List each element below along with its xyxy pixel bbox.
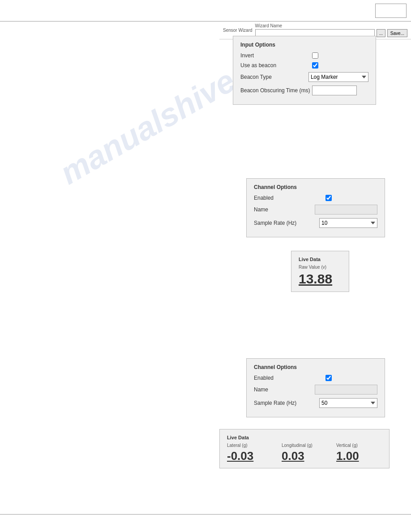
ch2-enabled-checkbox[interactable] — [325, 375, 332, 381]
beacon-type-row: Beacon Type Log Marker Lap Marker Alert — [240, 72, 368, 82]
wizard-save-button[interactable]: Save... — [387, 29, 407, 37]
live-data-2-title: Live Data — [227, 435, 382, 440]
top-right-box — [375, 4, 407, 18]
ch1-name-input[interactable]: Battery Voltage — [315, 205, 377, 215]
longitudinal-label: Longitudinal (g) — [282, 443, 327, 448]
beacon-checkbox[interactable] — [312, 62, 318, 69]
ch1-name-row: Name Battery Voltage — [254, 205, 377, 215]
invert-label: Invert — [240, 52, 312, 59]
vertical-col: Vertical (g) 1.00 — [336, 443, 382, 463]
lateral-value: -0.03 — [227, 450, 273, 463]
ch1-enabled-row: Enabled — [254, 195, 377, 201]
ch2-enabled-row: Enabled — [254, 375, 377, 381]
live-data-panel-1: Live Data Raw Value (v) 13.88 — [291, 251, 349, 292]
beacon-label: Use as beacon — [240, 62, 312, 69]
vertical-value: 1.00 — [336, 450, 382, 463]
live-data-panel-2: Live Data Lateral (g) -0.03 Longitudinal… — [219, 429, 390, 468]
channel-options-panel-1: Channel Options Enabled Name Battery Vol… — [246, 178, 385, 237]
beacon-obscure-input[interactable]: 2000 — [312, 86, 357, 95]
top-bar — [0, 0, 411, 21]
ch1-enabled-checkbox[interactable] — [325, 195, 332, 201]
beacon-obscure-row: Beacon Obscuring Time (ms) 2000 — [240, 86, 368, 95]
live-data-1-value: 13.88 — [299, 271, 342, 286]
vertical-label: Vertical (g) — [336, 443, 382, 448]
ch1-sample-rate-label: Sample Rate (Hz) — [254, 220, 319, 226]
live-data-1-title: Live Data — [299, 257, 342, 262]
channel-options-panel-2: Channel Options Enabled Name Acceleromet… — [246, 358, 385, 417]
ch1-name-label: Name — [254, 206, 315, 213]
bottom-bar — [0, 514, 411, 532]
ch2-name-row: Name Accelerometer — [254, 385, 377, 395]
input-options-title: Input Options — [240, 42, 368, 48]
ch1-sample-rate-row: Sample Rate (Hz) 1 2 5 10 20 50 100 — [254, 218, 377, 228]
ch2-enabled-label: Enabled — [254, 375, 325, 381]
longitudinal-col: Longitudinal (g) 0.03 — [282, 443, 327, 463]
wizard-ellipsis-button[interactable]: ... — [377, 29, 385, 37]
channel-options-2-title: Channel Options — [254, 364, 377, 370]
live-data-2-grid: Lateral (g) -0.03 Longitudinal (g) 0.03 … — [227, 443, 382, 463]
beacon-obscure-label: Beacon Obscuring Time (ms) — [240, 87, 312, 94]
invert-row: Invert — [240, 52, 368, 59]
ch2-name-label: Name — [254, 386, 315, 393]
channel-options-1-title: Channel Options — [254, 184, 377, 190]
ch1-sample-rate-select[interactable]: 1 2 5 10 20 50 100 — [319, 218, 377, 228]
wizard-name-label: Wizard Name — [255, 23, 407, 28]
longitudinal-value: 0.03 — [282, 450, 327, 463]
ch2-name-input[interactable]: Accelerometer — [315, 385, 377, 395]
beacon-type-label: Beacon Type — [240, 74, 308, 80]
ch2-sample-rate-row: Sample Rate (Hz) 1 2 5 10 20 50 100 — [254, 398, 377, 408]
sensor-wizard-label: Sensor Wizard — [223, 28, 253, 33]
live-data-1-sub: Raw Value (v) — [299, 265, 342, 270]
beacon-type-select[interactable]: Log Marker Lap Marker Alert — [308, 72, 368, 82]
ch1-enabled-label: Enabled — [254, 195, 325, 201]
lateral-label: Lateral (g) — [227, 443, 273, 448]
invert-checkbox[interactable] — [312, 52, 318, 59]
ch2-sample-rate-select[interactable]: 1 2 5 10 20 50 100 — [319, 398, 377, 408]
input-options-panel: Input Options Invert Use as beacon Beaco… — [233, 36, 376, 105]
ch2-sample-rate-label: Sample Rate (Hz) — [254, 400, 319, 406]
lateral-col: Lateral (g) -0.03 — [227, 443, 273, 463]
beacon-row: Use as beacon — [240, 62, 368, 69]
